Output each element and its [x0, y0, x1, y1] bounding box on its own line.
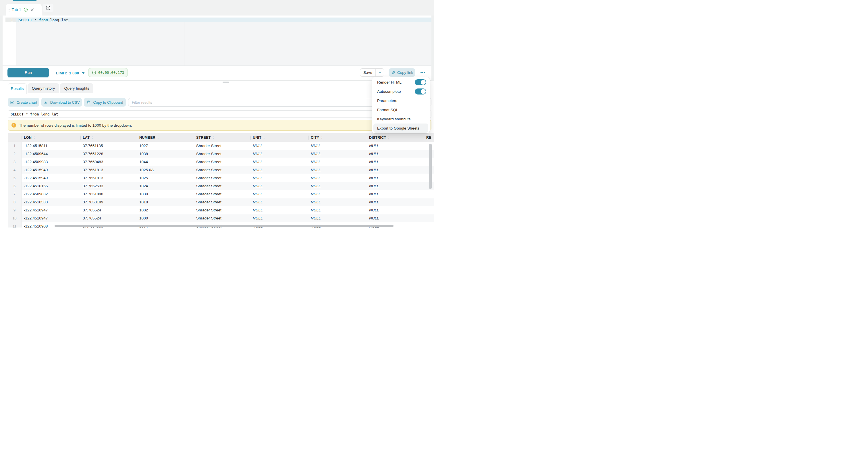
table-cell[interactable]: 1002	[137, 206, 194, 214]
toggle-switch[interactable]	[415, 79, 426, 85]
table-row[interactable]: 10-122.451094737.7655241000Shrader Stree…	[8, 214, 434, 222]
sort-icon[interactable]: ▲▼	[157, 136, 159, 139]
table-row[interactable]: 6-122.451015637.76525331024Shrader Stree…	[8, 182, 434, 190]
table-cell[interactable]: NULL	[367, 158, 424, 166]
table-cell[interactable]: NULL	[250, 214, 308, 222]
table-cell[interactable]: Shrader Street	[194, 150, 250, 158]
table-cell[interactable]: NULL	[250, 206, 308, 214]
table-cell[interactable]: -122.4509983	[22, 158, 81, 166]
table-cell[interactable]: 1025.0A	[137, 166, 194, 174]
menu-item-render-html[interactable]: Render HTML	[372, 78, 430, 87]
table-cell[interactable]: -122.4515949	[22, 174, 81, 182]
table-cell[interactable]: NULL	[250, 198, 308, 206]
column-header-lon[interactable]: LON▲▼	[22, 133, 81, 142]
table-cell[interactable]: NULL	[250, 174, 308, 182]
table-cell[interactable]: Shrader Street	[194, 174, 250, 182]
save-button[interactable]: Save	[360, 69, 376, 77]
table-cell[interactable]: NULL	[250, 182, 308, 190]
tab-1[interactable]: Tab 1	[6, 4, 42, 16]
table-cell[interactable]	[424, 190, 434, 198]
table-cell[interactable]	[424, 222, 434, 228]
table-cell[interactable]: 37.7651135	[81, 142, 137, 150]
table-row[interactable]: 3-122.450998337.76504831044Shrader Stree…	[8, 158, 434, 166]
table-cell[interactable]: NULL	[367, 206, 424, 214]
run-button[interactable]: Run	[7, 68, 49, 77]
table-cell[interactable]: NULL	[367, 174, 424, 182]
tab-query-insights[interactable]: Query Insights	[60, 83, 93, 93]
table-cell[interactable]: NULL	[367, 166, 424, 174]
table-cell[interactable]: 1018	[137, 198, 194, 206]
table-cell[interactable]: NULL	[308, 182, 367, 190]
copy-link-button[interactable]: Copy link	[389, 68, 415, 77]
table-cell[interactable]: NULL	[308, 198, 367, 206]
menu-item-format-sql[interactable]: Format SQL	[372, 105, 430, 114]
vertical-scrollbar[interactable]	[429, 144, 432, 189]
table-cell[interactable]: 1038	[137, 150, 194, 158]
table-cell[interactable]: NULL	[250, 158, 308, 166]
menu-item-export-to-google-sheets[interactable]: Export to Google Sheets	[373, 123, 428, 133]
table-row[interactable]: 7-122.450983237.76518981030Shrader Stree…	[8, 190, 434, 198]
table-cell[interactable]: NULL	[250, 190, 308, 198]
table-row[interactable]: 1-122.451581137.76511351027Shrader Stree…	[8, 142, 434, 150]
table-cell[interactable]: 1030	[137, 190, 194, 198]
table-cell[interactable]: Shrader Street	[194, 214, 250, 222]
table-cell[interactable]: 37.7651813	[81, 174, 137, 182]
horizontal-scrollbar[interactable]	[55, 225, 394, 227]
panel-resize-handle[interactable]	[223, 82, 229, 83]
table-cell[interactable]: -122.4510947	[22, 214, 81, 222]
table-row[interactable]: 2-122.450964437.76512281038Shrader Stree…	[8, 150, 434, 158]
editor-empty-area[interactable]	[17, 22, 431, 65]
table-cell[interactable]: 1044	[137, 158, 194, 166]
table-cell[interactable]: 37.7651813	[81, 166, 137, 174]
table-cell[interactable]: 1024	[137, 182, 194, 190]
table-cell[interactable]: NULL	[367, 190, 424, 198]
table-row[interactable]: 8-122.451053337.76531991018Shrader Stree…	[8, 198, 434, 206]
table-cell[interactable]: 1025	[137, 174, 194, 182]
sort-icon[interactable]: ▲▼	[213, 136, 215, 139]
table-cell[interactable]: 1000	[137, 214, 194, 222]
table-cell[interactable]	[424, 206, 434, 214]
table-cell[interactable]: -122.4510156	[22, 182, 81, 190]
table-cell[interactable]: -122.4509644	[22, 150, 81, 158]
column-header-street[interactable]: STREET▲▼	[194, 133, 250, 142]
table-cell[interactable]: NULL	[367, 198, 424, 206]
column-header-lat[interactable]: LAT▲▼	[81, 133, 137, 142]
table-cell[interactable]: NULL	[250, 166, 308, 174]
tab-query-history[interactable]: Query history	[28, 83, 59, 93]
table-cell[interactable]: Shrader Street	[194, 158, 250, 166]
table-cell[interactable]: Shrader Street	[194, 166, 250, 174]
table-cell[interactable]: Shrader Street	[194, 182, 250, 190]
toggle-switch[interactable]	[415, 88, 426, 94]
sql-editor[interactable]: 1 SELECT * from long_lat	[0, 16, 434, 65]
table-row[interactable]: 9-122.451094737.7655241002Shrader Street…	[8, 206, 434, 214]
sort-icon[interactable]: ▲▼	[33, 136, 35, 139]
table-cell[interactable]	[424, 214, 434, 222]
table-cell[interactable]: NULL	[308, 190, 367, 198]
tab-results[interactable]: Results	[8, 83, 27, 94]
menu-item-autocomplete[interactable]: Autocomplete	[372, 87, 430, 96]
table-cell[interactable]: 37.7651228	[81, 150, 137, 158]
table-cell[interactable]: NULL	[308, 158, 367, 166]
column-header-number[interactable]: NUMBER▲▼	[137, 133, 194, 142]
column-header-city[interactable]: CITY▲▼	[308, 133, 367, 142]
table-cell[interactable]: 37.7652533	[81, 182, 137, 190]
column-header-district[interactable]: DISTRICT▲▼	[367, 133, 424, 142]
table-cell[interactable]: NULL	[367, 150, 424, 158]
sort-icon[interactable]: ▲▼	[263, 136, 265, 139]
table-cell[interactable]: -122.4510947	[22, 206, 81, 214]
sort-icon[interactable]: ▲▼	[321, 136, 323, 139]
menu-item-parameters[interactable]: Parameters	[372, 96, 430, 105]
table-cell[interactable]: Shrader Street	[194, 198, 250, 206]
table-cell[interactable]: NULL	[308, 206, 367, 214]
limit-dropdown[interactable]: LIMIT: 1 000	[56, 66, 85, 81]
sort-icon[interactable]: ▲▼	[91, 136, 93, 139]
table-cell[interactable]: -122.4515949	[22, 166, 81, 174]
table-cell[interactable]: 37.765524	[81, 206, 137, 214]
table-cell[interactable]: NULL	[308, 174, 367, 182]
create-chart-button[interactable]: Create chart	[8, 98, 39, 107]
table-cell[interactable]: 37.7650483	[81, 158, 137, 166]
table-cell[interactable]: Shrader Street	[194, 142, 250, 150]
table-cell[interactable]: 37.7653199	[81, 198, 137, 206]
menu-item-keyboard-shortcuts[interactable]: Keyboard shortcuts	[372, 114, 430, 123]
table-cell[interactable]: NULL	[367, 142, 424, 150]
